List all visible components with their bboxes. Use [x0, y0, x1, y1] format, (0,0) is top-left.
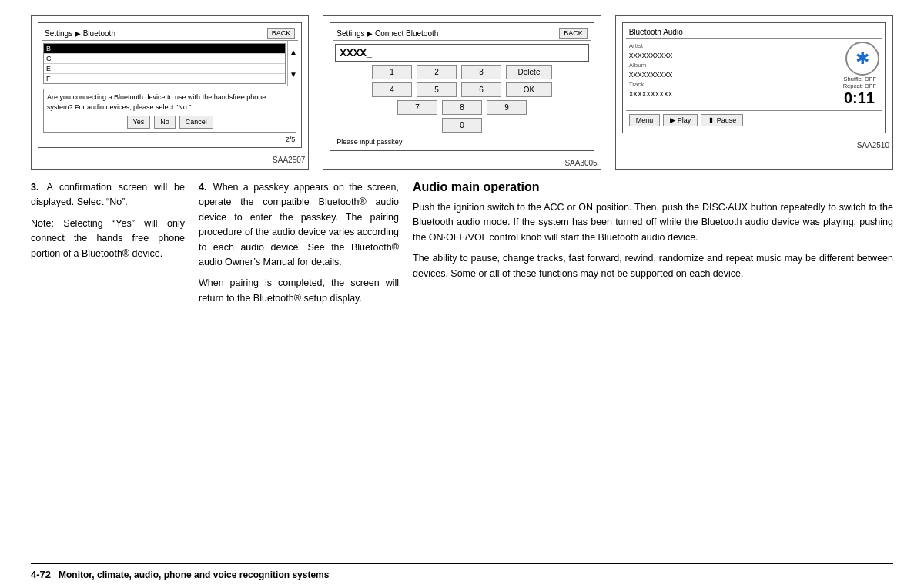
screen1-layout: B C E F ▲ ▼ [42, 41, 298, 86]
item3-num: 3. [31, 182, 38, 193]
key-6[interactable]: 6 [461, 82, 501, 97]
content-row: 3. A confirmation screen will be display… [31, 180, 893, 556]
screen1-box: Settings ▶ Bluetooth BACK B C E F ▲ [31, 15, 309, 170]
right-para1: Push the ignition switch to the ACC or O… [413, 200, 893, 245]
dialog-text: Are you connecting a Bluetooth device to… [47, 92, 293, 112]
keypad-row2: 4 5 6 OK [335, 82, 588, 97]
screen3-right: ✱ Shuffle: OFF Repeat: OFF 0:11 [840, 42, 879, 107]
artist-value: XXXXXXXXXX [629, 51, 834, 61]
item4-para1: 4. When a passkey appears on the screen,… [199, 180, 399, 270]
shuffle-status: Shuffle: OFF Repeat: OFF [840, 76, 879, 89]
screen2-caption: SAA3005 [323, 157, 600, 169]
screen3-main: Artist XXXXXXXXXX Album XXXXXXXXXX Track… [626, 39, 882, 110]
col-mid: 4. When a passkey appears on the screen,… [199, 180, 399, 556]
album-value: XXXXXXXXXX [629, 70, 834, 80]
key-0[interactable]: 0 [442, 118, 482, 133]
screen2-title: Settings ▶ Connect Bluetooth [336, 29, 438, 38]
list-item-f[interactable]: F [44, 74, 285, 83]
item4-body2: When pairing is completed, the screen wi… [199, 277, 399, 303]
screen1-header: Settings ▶ Bluetooth BACK [42, 26, 298, 41]
screen3-info: Artist XXXXXXXXXX Album XXXXXXXXXX Track… [629, 42, 834, 107]
key-8[interactable]: 8 [442, 100, 482, 115]
footer-description: Monitor, climate, audio, phone and voice… [59, 570, 329, 580]
right-para2: The ability to pause, change tracks, fas… [413, 251, 893, 281]
screen1-pagination: 2/5 [42, 135, 298, 144]
pause-button[interactable]: ⏸ Pause [701, 114, 743, 126]
key-3[interactable]: 3 [461, 65, 501, 79]
track-value: XXXXXXXXXX [629, 89, 834, 99]
no-button[interactable]: No [154, 116, 176, 129]
keypad-row3: 7 8 9 [335, 100, 588, 115]
keypad-row1: 1 2 3 Delete [335, 65, 588, 79]
artist-label: Artist [629, 42, 834, 51]
screen1-list-area: B C E F [42, 41, 287, 86]
item4-para2: When pairing is completed, the screen wi… [199, 276, 399, 306]
list-item-c[interactable]: C [44, 54, 285, 64]
screen2-inner: Settings ▶ Connect Bluetooth BACK XXXX_ … [330, 22, 594, 151]
key-1[interactable]: 1 [372, 65, 412, 79]
shuffle-value: Shuffle: OFF [843, 76, 876, 82]
delete-button[interactable]: Delete [506, 65, 552, 79]
key-7[interactable]: 7 [397, 100, 437, 115]
item3-body: A confirmation screen will be displayed.… [31, 182, 185, 207]
screen2-input[interactable]: XXXX_ [335, 44, 588, 62]
screen1-dialog-buttons: Yes No Cancel [47, 116, 293, 129]
key-2[interactable]: 2 [417, 65, 457, 79]
section-title: Audio main operation [413, 180, 893, 194]
col-right: Audio main operation Push the ignition s… [413, 180, 893, 556]
footer-page: 4-72 [31, 569, 51, 580]
bluetooth-icon: ✱ [845, 42, 879, 76]
screen2-header: Settings ▶ Connect Bluetooth BACK [333, 26, 590, 41]
screenshots-row: Settings ▶ Bluetooth BACK B C E F ▲ [31, 15, 893, 170]
screen1-list: B C E F [43, 43, 286, 84]
keypad-row4: 0 [335, 118, 588, 133]
screen3-caption: SAA2510 [616, 139, 892, 151]
screen3-box: Bluetooth Audio Artist XXXXXXXXXX Album … [615, 15, 893, 170]
note-body: Selecting “Yes” will only connect the ha… [31, 218, 185, 259]
item4-num: 4. [199, 182, 206, 193]
screen1-back-btn[interactable]: BACK [267, 28, 296, 39]
page-indicator: 2/5 [286, 136, 296, 143]
cancel-button[interactable]: Cancel [179, 116, 213, 129]
key-5[interactable]: 5 [417, 82, 457, 97]
footer: 4-72 Monitor, climate, audio, phone and … [31, 563, 893, 580]
screen1-caption: SAA2507 [32, 154, 308, 166]
item3-text: 3. A confirmation screen will be display… [31, 180, 185, 210]
list-item-b[interactable]: B [44, 44, 285, 54]
scroll-up-icon[interactable]: ▲ [290, 49, 297, 56]
yes-button[interactable]: Yes [127, 116, 151, 129]
screen2-back-btn[interactable]: BACK [559, 28, 588, 39]
key-4[interactable]: 4 [372, 82, 412, 97]
track-timer: 0:11 [844, 89, 879, 107]
scroll-down-icon[interactable]: ▼ [290, 71, 297, 79]
screen1-dialog: Are you connecting a Bluetooth device to… [43, 89, 296, 133]
repeat-value: Repeat: OFF [843, 82, 876, 89]
menu-button[interactable]: Menu [629, 114, 661, 126]
track-label: Track [629, 80, 834, 89]
album-label: Album [629, 61, 834, 70]
key-9[interactable]: 9 [487, 100, 527, 115]
page-wrapper: Settings ▶ Bluetooth BACK B C E F ▲ [0, 0, 924, 588]
screen3-controls: Menu ▶ Play ⏸ Pause [626, 110, 882, 129]
screen2-status: Please input passkey [333, 136, 590, 147]
ok-button[interactable]: OK [506, 82, 552, 97]
item3-note: Note: Selecting “Yes” will only connect … [31, 217, 185, 261]
screen3-inner: Bluetooth Audio Artist XXXXXXXXXX Album … [622, 22, 886, 133]
screen2-keypad: 1 2 3 Delete 4 5 6 OK 7 8 9 [335, 65, 588, 133]
list-item-e[interactable]: E [44, 64, 285, 74]
screen1-inner: Settings ▶ Bluetooth BACK B C E F ▲ [38, 22, 302, 148]
play-button[interactable]: ▶ Play [663, 114, 698, 126]
screen2-box: Settings ▶ Connect Bluetooth BACK XXXX_ … [323, 15, 601, 170]
col-left: 3. A confirmation screen will be display… [31, 180, 185, 556]
note-title: Note: [31, 218, 54, 229]
screen1-scroll: ▲ ▼ [287, 41, 298, 86]
screen1-title: Settings ▶ Bluetooth [45, 29, 116, 38]
item4-body1: When a passkey appears on the screen, op… [199, 182, 399, 267]
screen3-header: Bluetooth Audio [626, 26, 882, 39]
